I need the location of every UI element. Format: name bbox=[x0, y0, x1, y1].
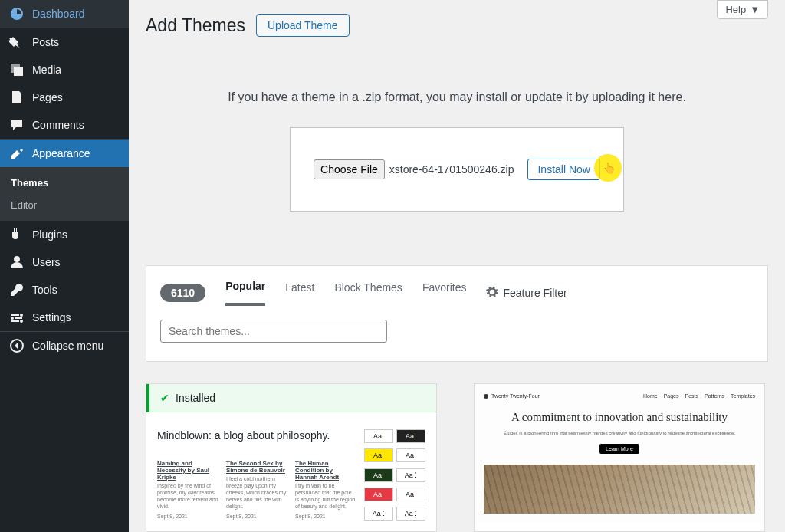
sidebar-item-collapse[interactable]: Collapse menu bbox=[0, 332, 129, 360]
install-now-button[interactable]: Install Now bbox=[527, 159, 599, 180]
sidebar-item-media[interactable]: Media bbox=[0, 56, 129, 84]
upload-panel: If you have a theme in a .zip format, yo… bbox=[146, 90, 768, 212]
sidebar-label: Media bbox=[32, 64, 61, 76]
check-icon: ✔ bbox=[160, 392, 169, 404]
pages-icon bbox=[9, 90, 25, 105]
themes-grid: ✔ Installed Mindblown: a blog about phil… bbox=[146, 383, 768, 532]
filter-panel: 6110 Popular Latest Block Themes Favorit… bbox=[146, 265, 768, 362]
chevron-down-icon: ▼ bbox=[750, 4, 760, 15]
sidebar-item-settings[interactable]: Settings bbox=[0, 304, 129, 331]
svg-point-1 bbox=[20, 314, 23, 317]
admin-sidebar: Dashboard Posts Media Pages Comments App… bbox=[0, 0, 129, 532]
sidebar-label: Comments bbox=[32, 119, 84, 131]
svg-point-2 bbox=[11, 317, 14, 320]
choose-file-button[interactable]: Choose File bbox=[314, 159, 385, 179]
tools-icon bbox=[9, 282, 25, 297]
filter-row: 6110 Popular Latest Block Themes Favorit… bbox=[160, 280, 754, 306]
cursor-pointer-icon: 👆 bbox=[603, 162, 616, 174]
theme-preview: Twenty Twenty-Four Home Pages Posts Patt… bbox=[475, 384, 764, 523]
upload-box: Choose File xstore-64-1701500246.zip Ins… bbox=[290, 127, 624, 212]
sidebar-item-plugins[interactable]: Plugins bbox=[0, 221, 129, 248]
dashboard-icon bbox=[9, 6, 25, 21]
comments-icon bbox=[9, 117, 25, 133]
users-icon bbox=[9, 255, 25, 270]
installed-badge: ✔ Installed bbox=[146, 384, 436, 412]
appearance-submenu: Themes Editor bbox=[0, 167, 129, 221]
sidebar-label: Pages bbox=[32, 91, 63, 103]
gear-icon bbox=[486, 286, 498, 300]
theme-card[interactable]: ✔ Installed Mindblown: a blog about phil… bbox=[146, 383, 437, 532]
sidebar-label: Dashboard bbox=[32, 8, 85, 20]
collapse-icon bbox=[9, 338, 25, 353]
sidebar-item-comments[interactable]: Comments bbox=[0, 111, 129, 139]
sidebar-item-posts[interactable]: Posts bbox=[0, 28, 129, 56]
sidebar-item-dashboard[interactable]: Dashboard bbox=[0, 0, 129, 28]
theme-count-badge: 6110 bbox=[160, 284, 205, 302]
sidebar-label: Posts bbox=[32, 36, 59, 48]
appearance-icon bbox=[9, 146, 25, 161]
preview-title: Mindblown: a blog about philosophy. bbox=[157, 429, 356, 442]
sidebar-item-appearance[interactable]: Appearance bbox=[0, 140, 129, 167]
page-title: Add Themes bbox=[146, 15, 245, 36]
tab-block-themes[interactable]: Block Themes bbox=[334, 281, 402, 304]
preview-image bbox=[484, 465, 755, 514]
submenu-editor[interactable]: Editor bbox=[0, 194, 129, 216]
search-themes-input[interactable] bbox=[160, 320, 387, 343]
svg-point-0 bbox=[14, 256, 20, 262]
sidebar-label: Appearance bbox=[32, 147, 90, 159]
svg-point-3 bbox=[20, 320, 23, 323]
selected-filename: xstore-64-1701500246.zip bbox=[389, 163, 514, 176]
tab-popular[interactable]: Popular bbox=[225, 280, 265, 306]
sidebar-label: Plugins bbox=[32, 228, 67, 241]
settings-icon bbox=[9, 310, 25, 325]
pin-icon bbox=[9, 34, 25, 50]
feature-filter-button[interactable]: Feature Filter bbox=[486, 286, 567, 300]
upload-instruction: If you have a theme in a .zip format, yo… bbox=[146, 90, 768, 104]
tab-latest[interactable]: Latest bbox=[285, 281, 314, 304]
plugins-icon bbox=[9, 227, 25, 242]
help-button[interactable]: Help ▼ bbox=[717, 0, 768, 19]
upload-theme-button[interactable]: Upload Theme bbox=[256, 14, 350, 37]
page-header: Add Themes Upload Theme bbox=[146, 14, 768, 37]
main-content: Help ▼ Add Themes Upload Theme If you ha… bbox=[129, 0, 785, 532]
theme-preview: Mindblown: a blog about philosophy. Nami… bbox=[146, 412, 436, 531]
sidebar-item-pages[interactable]: Pages bbox=[0, 84, 129, 111]
sidebar-item-users[interactable]: Users bbox=[0, 248, 129, 276]
submenu-themes[interactable]: Themes bbox=[0, 172, 129, 194]
media-icon bbox=[9, 62, 25, 77]
sidebar-item-tools[interactable]: Tools bbox=[0, 276, 129, 304]
sidebar-label: Settings bbox=[32, 311, 71, 323]
tab-favorites[interactable]: Favorites bbox=[422, 281, 467, 304]
sidebar-label: Collapse menu bbox=[32, 340, 103, 352]
sidebar-label: Users bbox=[32, 256, 61, 268]
theme-card[interactable]: Twenty Twenty-Four Home Pages Posts Patt… bbox=[474, 383, 765, 532]
sidebar-label: Tools bbox=[32, 284, 57, 296]
swatch-grid: Aa ⁚ Aa ⁚ Aa ⁚ Aa ⁚ Aa ⁚ Aa ⁚ Aa ⁚ Aa ⁚ … bbox=[364, 429, 425, 524]
